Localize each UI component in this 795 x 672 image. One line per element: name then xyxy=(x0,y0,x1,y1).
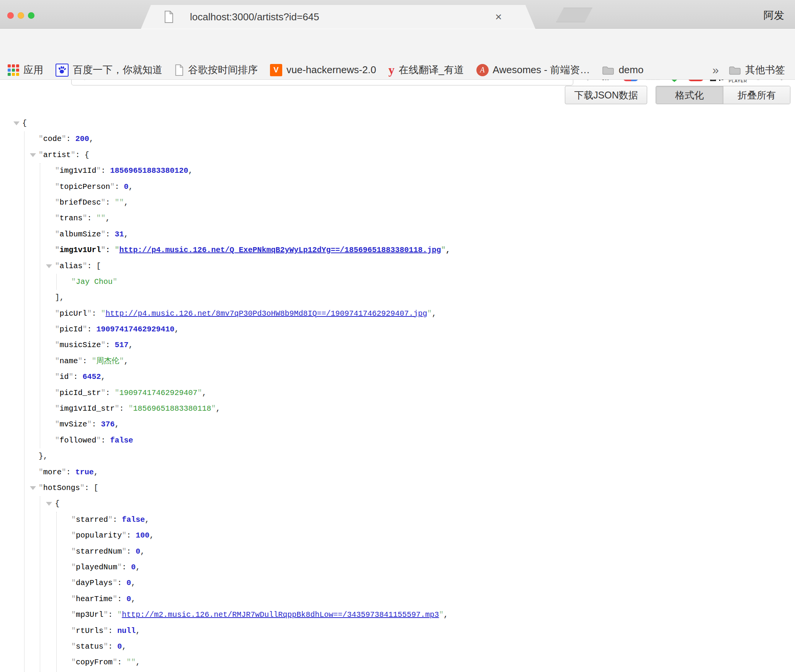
folder-icon xyxy=(729,65,741,75)
json-line: "copyFrom": "", xyxy=(0,654,795,670)
profile-name[interactable]: 阿发 xyxy=(764,8,784,22)
maximize-window-button[interactable] xyxy=(28,12,34,19)
json-punctuation: : xyxy=(66,468,75,477)
json-line: "img1v1Url": "http://p4.music.126.net/Q_… xyxy=(0,242,795,258)
json-key: playedNum xyxy=(76,563,117,572)
browser-tab[interactable]: localhost:3000/artists?id=645 × xyxy=(141,5,535,29)
json-punctuation: } xyxy=(39,452,43,461)
json-punctuation: , xyxy=(446,246,450,254)
json-line: "alias": [ xyxy=(0,258,795,274)
new-tab-button[interactable] xyxy=(556,8,592,22)
json-punctuation: : xyxy=(105,246,115,254)
json-punctuation: , xyxy=(105,214,110,223)
json-line: { xyxy=(0,115,795,131)
bookmark-label: 在线翻译_有道 xyxy=(399,63,464,77)
json-punctuation: , xyxy=(149,531,154,540)
quote: " xyxy=(439,610,443,619)
json-line: "more": true, xyxy=(0,464,795,480)
download-json-button[interactable]: 下载JSON数据 xyxy=(565,86,647,104)
json-key: picUrl xyxy=(59,309,87,318)
json-punctuation: , xyxy=(140,547,145,556)
quote: " xyxy=(101,214,105,223)
format-collapse-button-group: 格式化 折叠所有 xyxy=(656,86,790,104)
json-key: starred xyxy=(76,515,108,524)
close-window-button[interactable] xyxy=(7,12,14,19)
quote: " xyxy=(39,151,43,159)
json-key: briefDesc xyxy=(59,198,101,207)
json-url-link[interactable]: http://p4.music.126.net/8mv7qP30Pd3oHW8b… xyxy=(105,309,427,318)
other-bookmarks-folder[interactable]: 其他书签 xyxy=(729,63,785,77)
bookmark-label: 应用 xyxy=(23,63,43,77)
quote: " xyxy=(101,246,105,254)
bookmark-youdao[interactable]: y 在线翻译_有道 xyxy=(388,63,464,77)
json-key: musicSize xyxy=(59,341,101,349)
quote: " xyxy=(117,563,122,572)
json-number: 18569651883380120 xyxy=(110,166,188,175)
json-punctuation: : xyxy=(75,151,85,159)
quote: " xyxy=(71,531,76,540)
json-punctuation: , xyxy=(128,182,133,191)
quote: " xyxy=(119,357,124,366)
minimize-window-button[interactable] xyxy=(18,12,24,19)
json-line: "mp3Url": "http://m2.music.126.net/RMJR7… xyxy=(0,607,795,623)
json-punctuation: , xyxy=(136,658,140,667)
json-punctuation: , xyxy=(145,515,149,524)
quote: " xyxy=(115,198,119,207)
quote: " xyxy=(55,341,59,349)
folder-icon xyxy=(602,65,614,75)
bookmark-label: vue-hackernews-2.0 xyxy=(286,64,376,76)
json-url-link[interactable]: http://p4.music.126.net/Q_ExePNkmqB2yWyL… xyxy=(119,246,441,254)
json-number: 0 xyxy=(131,563,136,572)
json-punctuation: : xyxy=(82,357,92,366)
json-punctuation: [ xyxy=(96,262,101,270)
json-punctuation: : xyxy=(126,547,136,556)
json-key: hearTime xyxy=(76,595,113,603)
tab-close-icon[interactable]: × xyxy=(495,10,502,24)
json-line: "trans": "", xyxy=(0,210,795,226)
json-punctuation: : xyxy=(117,579,126,587)
json-number: true xyxy=(75,468,94,477)
quote: " xyxy=(55,404,59,413)
json-number: 31 xyxy=(115,230,124,239)
vue-badge-icon: V xyxy=(270,64,282,76)
quote: " xyxy=(71,658,76,667)
browser-toolbar: localhost:3000/artists?id=6452 ☆ 英 en FE xyxy=(0,29,795,61)
format-button[interactable]: 格式化 xyxy=(656,86,723,104)
quote: " xyxy=(96,166,101,175)
collapse-all-button[interactable]: 折叠所有 xyxy=(723,86,790,104)
collapse-arrow-icon[interactable] xyxy=(13,121,20,125)
collapse-arrow-icon[interactable] xyxy=(46,264,52,268)
quote: " xyxy=(55,198,59,207)
json-punctuation: , xyxy=(175,325,179,334)
json-key: trans xyxy=(59,214,82,223)
bookmarks-overflow-chevron[interactable]: » xyxy=(712,64,719,77)
collapse-arrow-icon[interactable] xyxy=(46,502,52,506)
bookmark-folder-demo[interactable]: demo xyxy=(602,64,643,76)
json-line: "followed": false xyxy=(0,433,795,448)
quote: " xyxy=(62,134,66,143)
quote: " xyxy=(55,246,59,254)
quote: " xyxy=(101,309,105,318)
json-key: img1v1Id_str xyxy=(59,404,115,413)
bookmark-vue-hackernews[interactable]: V vue-hackernews-2.0 xyxy=(270,64,376,76)
json-url-link[interactable]: http://m2.music.126.net/RMJR7wDullRqppBk… xyxy=(122,610,439,619)
json-punctuation: , xyxy=(131,595,136,603)
quote: " xyxy=(101,198,105,207)
quote: " xyxy=(55,388,59,397)
json-punctuation: : xyxy=(105,198,115,207)
json-punctuation: , xyxy=(136,626,140,635)
json-key: hotSongs xyxy=(43,484,80,492)
bookmark-awesomes[interactable]: A Awesomes - 前端资… xyxy=(476,63,590,77)
quote: " xyxy=(82,262,87,270)
json-punctuation: : xyxy=(108,642,117,651)
bookmark-apps[interactable]: 应用 xyxy=(8,63,43,77)
collapse-arrow-icon[interactable] xyxy=(30,153,36,157)
json-punctuation: , xyxy=(94,468,98,477)
quote: " xyxy=(117,610,122,619)
bookmark-google-sort[interactable]: 谷歌按时间排序 xyxy=(175,63,258,77)
json-number: 0 xyxy=(126,595,131,603)
quote: " xyxy=(441,246,446,254)
quote: " xyxy=(115,246,119,254)
collapse-arrow-icon[interactable] xyxy=(30,486,36,490)
bookmark-baidu[interactable]: 百度一下，你就知道 xyxy=(56,63,162,77)
